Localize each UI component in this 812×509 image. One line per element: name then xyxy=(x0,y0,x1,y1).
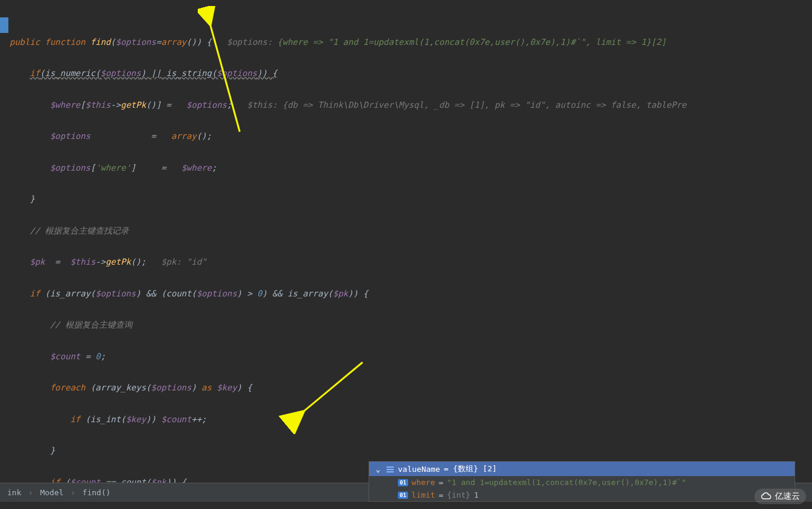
code-line: public function find($options=array()) {… xyxy=(0,34,812,50)
svg-rect-4 xyxy=(387,466,394,468)
debug-variables-panel[interactable]: ⌄ valueName = {数组} [2] 01 where = "1 and… xyxy=(369,461,795,502)
code-line: $options = array(); xyxy=(0,128,812,144)
code-editor[interactable]: public function find($options=array()) {… xyxy=(0,0,812,509)
code-line: foreach (array_keys($options) as $key) { xyxy=(0,380,812,395)
debug-row[interactable]: 01 limit = {int} 1 xyxy=(369,489,795,501)
code-line: $where[$this->getPk()] = $options; $this… xyxy=(0,97,812,113)
index-badge: 01 xyxy=(398,479,408,486)
code-line: // 根据复合主键查找记录 xyxy=(0,223,812,238)
array-icon xyxy=(386,465,394,473)
debug-key: where xyxy=(412,478,435,487)
svg-rect-5 xyxy=(387,469,394,470)
cloud-icon xyxy=(760,492,772,501)
code-line: // 根据复合主键查询 xyxy=(0,317,812,332)
debug-key: limit xyxy=(412,490,435,499)
gutter-marker xyxy=(0,17,8,33)
code-line: $options['where'] = $where; xyxy=(0,160,812,175)
chevron-down-icon[interactable]: ⌄ xyxy=(374,465,382,474)
debug-row-header[interactable]: ⌄ valueName = {数组} [2] xyxy=(369,462,795,476)
chevron-right-icon: › xyxy=(71,488,76,497)
code-line: } xyxy=(0,191,812,207)
breadcrumb-item[interactable]: ink xyxy=(7,488,21,497)
svg-rect-6 xyxy=(387,471,394,472)
breadcrumb-item[interactable]: find() xyxy=(83,488,111,497)
code-line: if (is_array($options) && (count($option… xyxy=(0,286,812,301)
chevron-right-icon: › xyxy=(28,488,33,497)
code-line: $count = 0; xyxy=(0,349,812,364)
debug-value: 1 xyxy=(474,490,479,499)
code-line: if (is_int($key)) $count++; xyxy=(0,411,812,427)
debug-var-name: valueName xyxy=(398,465,440,474)
index-badge: 01 xyxy=(398,492,408,499)
debug-value: "1 and 1=updatexml(1,concat(0x7e,user(),… xyxy=(447,478,686,487)
watermark: 亿速云 xyxy=(754,489,806,504)
code-line: $pk = $this->getPk(); $pk: "id" xyxy=(0,254,812,269)
code-line: } xyxy=(0,443,812,458)
breadcrumb-item[interactable]: Model xyxy=(40,488,64,497)
debug-row[interactable]: 01 where = "1 and 1=updatexml(1,concat(0… xyxy=(369,476,795,489)
code-line: if(is_numeric($options) || is_string($op… xyxy=(0,65,812,81)
debug-var-value: = {数组} [2] xyxy=(443,463,497,474)
code-line: $i = 0; xyxy=(0,505,812,509)
